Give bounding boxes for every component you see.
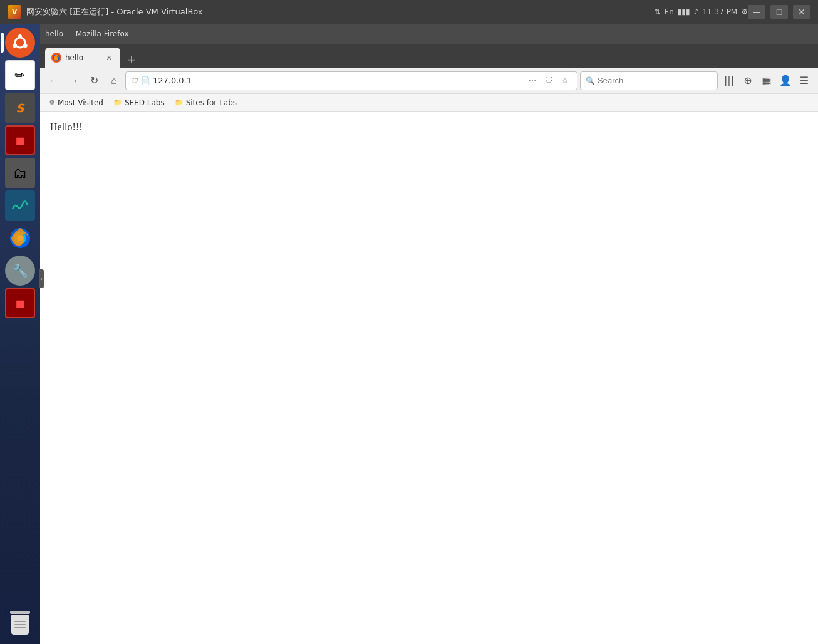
ff-title: hello — Mozilla Firefox (45, 29, 129, 38)
ff-titlebar: hello — Mozilla Firefox (40, 24, 818, 44)
address-pocket-button[interactable]: 🛡 (542, 74, 556, 88)
sidebar-icon-files[interactable]: 🗂 (5, 158, 35, 188)
seed-labs-label: SEED Labs (125, 98, 165, 107)
firefox-favicon-icon (53, 54, 60, 61)
ff-sidebar-toggle-button[interactable]: ▦ (758, 72, 775, 90)
sidebar-toggle-icon: ▦ (762, 75, 771, 86)
trash-line-1 (14, 621, 26, 622)
app-red1-icon: ■ (15, 135, 24, 147)
sidebar-icon-app-red2[interactable]: ■ (5, 288, 35, 318)
svg-point-4 (13, 44, 16, 48)
sidebar-icon-ubuntu[interactable] (5, 28, 35, 58)
most-visited-icon: ⚙ (49, 98, 55, 106)
bookmark-seed-labs[interactable]: 📁 SEED Labs (110, 97, 168, 108)
tray-volume: ♪ (694, 8, 699, 16)
address-controls: ··· 🛡 ☆ (525, 74, 572, 88)
ff-reload-button[interactable]: ↻ (85, 72, 103, 90)
vbox-close-button[interactable]: ✕ (793, 5, 810, 19)
sidebar-icon-sublime[interactable]: S (5, 93, 35, 123)
sidebar-collapse-button[interactable]: ‹ (39, 269, 44, 288)
settings-icon: 🔧 (13, 263, 28, 278)
tray-battery: ▮▮▮ (678, 8, 690, 16)
files-icon: 🗂 (13, 165, 27, 181)
vbox-title: 网安实验六 [正在运行] - Oracle VM VirtualBox (26, 6, 203, 18)
account-icon: 👤 (779, 75, 792, 86)
text-editor-icon: ✏️ (15, 68, 26, 83)
page-hello-text: Hello!!! (50, 122, 808, 133)
ff-tabbar: hello ✕ + (40, 44, 818, 68)
ff-bookmarks-bar: ⚙ Most Visited 📁 SEED Labs 📁 Sites for L… (40, 94, 818, 112)
main-layout: ✏️ S ■ 🗂 (0, 24, 818, 644)
bookmark-most-visited[interactable]: ⚙ Most Visited (45, 97, 107, 108)
ff-tab-hello[interactable]: hello ✕ (45, 48, 120, 68)
ff-home-button[interactable]: ⌂ (105, 72, 123, 90)
ff-page-content: Hello!!! (40, 112, 818, 644)
vbox-maximize-button[interactable]: □ (770, 5, 788, 19)
search-icon: 🔍 (586, 76, 595, 85)
address-shield-icon: 🛡 (131, 76, 138, 85)
sidebar-icon-text-editor[interactable]: ✏️ (5, 60, 35, 90)
sidebar-icon-firefox[interactable] (5, 223, 35, 253)
vbox-window-controls: ─ □ ✕ (748, 5, 810, 19)
ubuntu-sidebar: ✏️ S ■ 🗂 (0, 24, 40, 644)
sites-for-labs-label: Sites for Labs (186, 98, 237, 107)
ff-tab-favicon (51, 53, 61, 63)
search-input[interactable] (598, 76, 712, 85)
sidebar-icon-app-red1[interactable]: ■ (5, 125, 35, 155)
svg-point-3 (24, 44, 28, 48)
address-bookmark-button[interactable]: ☆ (558, 74, 572, 88)
ff-address-bar[interactable]: 🛡 📄 127.0.0.1 ··· 🛡 ☆ (125, 71, 577, 90)
tray-time: 11:37 PM (702, 8, 737, 16)
hamburger-icon: ☰ (800, 75, 809, 86)
ff-new-tab-button[interactable]: + (123, 50, 140, 68)
vbox-minimize-button[interactable]: ─ (748, 5, 765, 19)
ff-address-text: 127.0.0.1 (153, 76, 523, 85)
trash-lid (10, 611, 30, 614)
sublime-icon: S (16, 101, 24, 115)
ff-search-bar[interactable]: 🔍 (580, 71, 718, 90)
wave-icon (10, 195, 30, 216)
firefox-window: hello — Mozilla Firefox hello ✕ + ← → ↻ … (40, 24, 818, 644)
sidebar-icon-settings[interactable]: 🔧 (5, 256, 35, 286)
sites-for-labs-folder-icon: 📁 (175, 98, 184, 106)
sidebar-icon-trash[interactable] (5, 608, 35, 638)
tray-lang: En (665, 8, 674, 16)
trash-line-2 (14, 624, 26, 625)
ff-toolbar-icons: ||| ⊕ ▦ 👤 ☰ (720, 72, 813, 90)
app-red2-icon: ■ (15, 298, 24, 309)
sidebar-icon-wave[interactable] (5, 190, 35, 221)
seed-labs-folder-icon: 📁 (113, 98, 122, 106)
ff-tab-title: hello (65, 53, 100, 62)
ubuntu-icon (11, 33, 29, 52)
library-icon: ||| (724, 75, 734, 86)
ff-navbar: ← → ↻ ⌂ 🛡 📄 127.0.0.1 ··· 🛡 ☆ 🔍 (40, 68, 818, 94)
address-page-icon: 📄 (141, 76, 150, 85)
container-icon: ⊕ (743, 75, 752, 86)
bookmark-sites-for-labs[interactable]: 📁 Sites for Labs (171, 97, 241, 108)
vbox-logo: V (8, 5, 21, 19)
address-extra-button[interactable]: ··· (525, 74, 539, 88)
ff-back-button[interactable]: ← (45, 72, 63, 90)
tray-arrows: ⇅ (655, 8, 661, 16)
tray-settings-icon: ⚙ (741, 8, 748, 16)
ff-menu-button[interactable]: ☰ (795, 72, 813, 90)
vbox-tray: ⇅ En ▮▮▮ ♪ 11:37 PM ⚙ (655, 8, 748, 16)
ff-forward-button[interactable]: → (65, 72, 83, 90)
ff-library-button[interactable]: ||| (720, 72, 738, 90)
svg-point-2 (18, 34, 22, 38)
firefox-icon (8, 226, 32, 250)
ff-tab-close-button[interactable]: ✕ (104, 53, 114, 63)
ff-container-button[interactable]: ⊕ (739, 72, 757, 90)
vbox-titlebar: V 网安实验六 [正在运行] - Oracle VM VirtualBox ⇅ … (0, 0, 818, 24)
most-visited-label: Most Visited (58, 98, 103, 107)
ff-account-button[interactable]: 👤 (777, 72, 794, 90)
trash-line-3 (14, 627, 26, 628)
trash-body (11, 615, 29, 635)
